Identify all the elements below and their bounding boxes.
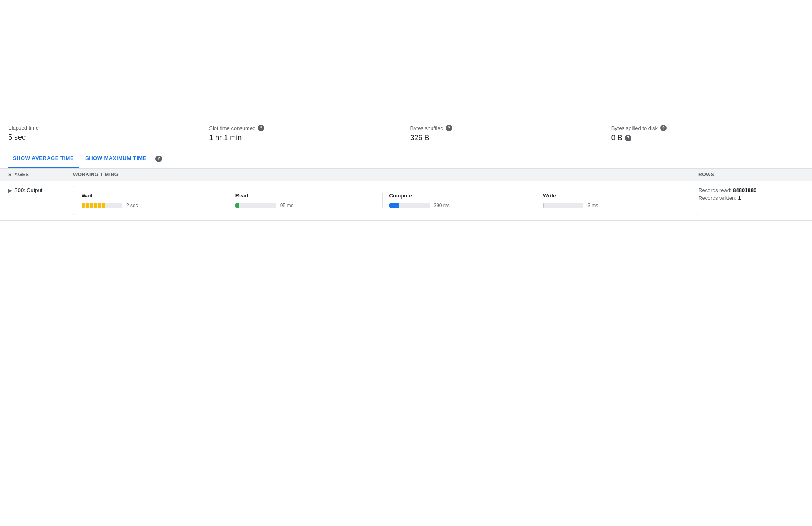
records-written-line: Records written: 1 — [698, 195, 804, 201]
read-label: Read: — [235, 193, 376, 199]
write-progress-row: 3 ms — [543, 203, 683, 208]
slot-time-label: Slot time consumed ? — [209, 125, 393, 131]
records-read-line: Records read: 84801880 — [698, 187, 804, 193]
slot-time-help-icon[interactable]: ? — [258, 125, 264, 131]
write-bar — [543, 203, 583, 208]
timing-card: Wait: — [73, 186, 698, 215]
bytes-spilled-label-help-icon[interactable]: ? — [660, 125, 667, 131]
table-header: Stages Working timing Rows — [0, 169, 812, 181]
expand-icon[interactable]: ▶ — [8, 188, 12, 193]
tab-show-maximum[interactable]: SHOW MAXIMUM TIME — [80, 149, 151, 168]
compute-progress-row: 390 ms — [389, 203, 530, 208]
slot-time-value: 1 hr 1 min — [209, 134, 393, 142]
timing-group-read: Read: 95 ms — [235, 193, 383, 208]
metric-slot-time: Slot time consumed ? 1 hr 1 min — [201, 125, 402, 142]
compute-value: 390 ms — [434, 203, 450, 208]
metrics-bar: Elapsed time 5 sec Slot time consumed ? … — [0, 118, 812, 149]
timing-group-compute: Compute: 390 ms — [389, 193, 537, 208]
rows-cell: Records read: 84801880 Records written: … — [698, 186, 804, 203]
metric-bytes-spilled: Bytes spilled to disk ? 0 B ? — [603, 125, 804, 142]
elapsed-time-value: 5 sec — [8, 133, 192, 142]
read-bar — [235, 203, 276, 208]
wait-label: Wait: — [82, 193, 222, 199]
col-header-rows: Rows — [698, 172, 804, 177]
metric-bytes-shuffled: Bytes shuffled ? 326 B — [402, 125, 603, 142]
metric-elapsed-time: Elapsed time 5 sec — [8, 125, 201, 142]
timing-help-icon[interactable]: ? — [155, 156, 162, 162]
stage-cell: ▶ S00: Output — [8, 186, 73, 193]
bytes-shuffled-help-icon[interactable]: ? — [446, 125, 452, 131]
timing-tabs: SHOW AVERAGE TIME SHOW MAXIMUM TIME ? — [0, 149, 812, 169]
compute-label: Compute: — [389, 193, 530, 199]
tab-show-average[interactable]: SHOW AVERAGE TIME — [8, 149, 79, 168]
read-value: 95 ms — [280, 203, 294, 208]
wait-value: 2 sec — [126, 203, 138, 208]
timing-group-wait: Wait: — [82, 193, 229, 208]
wait-progress-row: 2 sec — [82, 203, 222, 208]
table-row: ▶ S00: Output Wait: — [0, 181, 812, 221]
read-progress-row: 95 ms — [235, 203, 376, 208]
records-read-label: Records read: — [698, 187, 733, 193]
write-value: 3 ms — [587, 203, 598, 208]
timing-cell: Wait: — [73, 186, 698, 215]
records-written-label: Records written: — [698, 195, 738, 201]
timing-group-write: Write: 3 ms — [543, 193, 690, 208]
elapsed-time-label: Elapsed time — [8, 125, 192, 131]
bytes-spilled-value: 0 B ? — [611, 134, 796, 142]
wait-bar — [82, 203, 122, 208]
bytes-shuffled-value: 326 B — [410, 134, 595, 142]
bytes-spilled-label: Bytes spilled to disk ? — [611, 125, 796, 131]
col-header-working-timing: Working timing — [73, 172, 698, 177]
records-written-value: 1 — [738, 195, 741, 201]
compute-bar — [389, 203, 430, 208]
bytes-spilled-value-help-icon[interactable]: ? — [625, 135, 631, 141]
bytes-shuffled-label: Bytes shuffled ? — [410, 125, 595, 131]
write-label: Write: — [543, 193, 683, 199]
col-header-stages: Stages — [8, 172, 73, 177]
timing-section: SHOW AVERAGE TIME SHOW MAXIMUM TIME ? St… — [0, 149, 812, 221]
records-read-value: 84801880 — [733, 187, 756, 193]
stage-name: S00: Output — [14, 187, 42, 193]
